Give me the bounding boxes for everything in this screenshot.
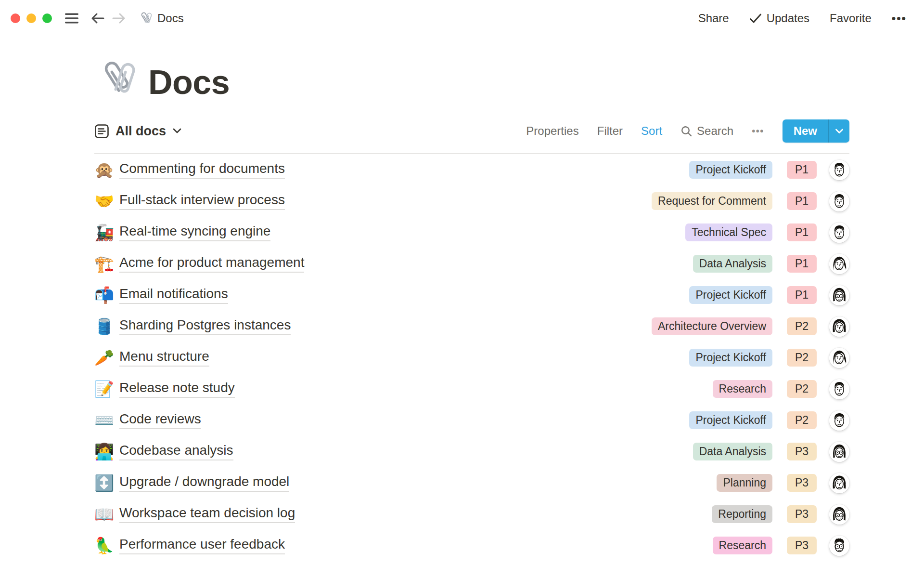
doc-row[interactable]: ⌨️ Code reviews Project Kickoff P2: [94, 405, 849, 436]
doc-row[interactable]: 🏗️ Acme for product management Data Anal…: [94, 248, 849, 279]
assignee-avatar: [829, 285, 849, 305]
priority-badge: P1: [787, 255, 817, 273]
doc-title-link[interactable]: Email notifications: [119, 286, 228, 304]
back-button[interactable]: [90, 12, 105, 25]
doc-title-link[interactable]: Menu structure: [119, 349, 209, 367]
window-controls: [11, 13, 52, 23]
priority-badge: P2: [787, 380, 817, 398]
doc-type-tag: Data Analysis: [693, 443, 772, 461]
zoom-window-button[interactable]: [42, 13, 52, 23]
minimize-window-button[interactable]: [26, 13, 36, 23]
priority-badge: P1: [787, 192, 817, 210]
page-icon-paperclip[interactable]: [94, 57, 139, 101]
doc-title-link[interactable]: Full-stack interview process: [119, 192, 285, 210]
assignee-avatar: [829, 254, 849, 274]
doc-title-link[interactable]: Sharding Postgres instances: [119, 317, 291, 335]
priority-badge: P3: [787, 537, 817, 554]
doc-type-tag: Technical Spec: [685, 223, 772, 242]
assignee-avatar: [829, 442, 849, 462]
avatar-illustration: [829, 473, 849, 493]
avatar-illustration: [829, 316, 849, 337]
assignee-avatar: [829, 379, 849, 399]
assignee-avatar: [829, 223, 849, 243]
doc-row[interactable]: 🙊 Commenting for documents Project Kicko…: [94, 154, 849, 185]
close-window-button[interactable]: [11, 13, 20, 23]
avatar-illustration: [829, 410, 849, 431]
doc-row[interactable]: 📬 Email notifications Project Kickoff P1: [94, 279, 849, 311]
priority-badge: P2: [787, 349, 817, 367]
new-split-button: New: [783, 119, 849, 143]
doc-row[interactable]: 🚂 Real-time syncing engine Technical Spe…: [94, 217, 849, 248]
arrow-left-icon: [90, 12, 105, 25]
doc-emoji: 🏗️: [94, 256, 119, 272]
avatar-illustration: [829, 536, 849, 556]
doc-row[interactable]: ↕️ Upgrade / downgrade model Planning P3: [94, 467, 849, 499]
docs-list: 🙊 Commenting for documents Project Kicko…: [94, 154, 849, 561]
hamburger-icon: [64, 13, 79, 24]
doc-title-link[interactable]: Code reviews: [119, 411, 201, 429]
filter-button[interactable]: Filter: [597, 124, 623, 138]
doc-row[interactable]: 🛢️ Sharding Postgres instances Architect…: [94, 311, 849, 342]
view-switcher[interactable]: All docs: [94, 124, 182, 139]
avatar-illustration: [829, 223, 849, 243]
avatar-illustration: [829, 191, 849, 211]
assignee-avatar: [829, 504, 849, 525]
properties-button[interactable]: Properties: [526, 124, 578, 138]
doc-emoji: ⌨️: [94, 412, 119, 428]
doc-row[interactable]: 🦜 Performance user feedback Research P3: [94, 530, 849, 561]
titlebar-page-title: Docs: [157, 12, 184, 25]
doc-row[interactable]: 🤝 Full-stack interview process Request f…: [94, 185, 849, 217]
avatar-illustration: [829, 285, 849, 305]
updates-label: Updates: [767, 12, 809, 25]
doc-row[interactable]: 🥕 Menu structure Project Kickoff P2: [94, 342, 849, 373]
titlebar-actions: Share Updates Favorite •••: [698, 12, 907, 25]
assignee-avatar: [829, 191, 849, 211]
favorite-button[interactable]: Favorite: [830, 12, 872, 25]
new-dropdown-button[interactable]: [828, 119, 849, 143]
more-options-button[interactable]: •••: [892, 12, 907, 25]
doc-type-tag: Research: [713, 537, 772, 555]
assignee-avatar: [829, 536, 849, 556]
doc-type-tag: Reporting: [712, 505, 772, 524]
doc-type-tag: Data Analysis: [693, 255, 772, 273]
sidebar-toggle-button[interactable]: [64, 13, 79, 24]
arrow-right-icon: [112, 12, 126, 25]
search-label: Search: [697, 124, 733, 138]
doc-title-link[interactable]: Real-time syncing engine: [119, 223, 270, 241]
doc-emoji: 🛢️: [94, 318, 119, 334]
search-button[interactable]: Search: [680, 124, 733, 138]
doc-emoji: 🥕: [94, 350, 119, 366]
doc-title-link[interactable]: Codebase analysis: [119, 443, 233, 460]
avatar-illustration: [829, 504, 849, 525]
priority-badge: P1: [787, 223, 817, 241]
forward-button[interactable]: [112, 12, 126, 25]
priority-badge: P3: [787, 505, 817, 523]
assignee-avatar: [829, 473, 849, 493]
assignee-avatar: [829, 410, 849, 431]
doc-row[interactable]: 📝 Release note study Research P2: [94, 373, 849, 405]
doc-title-link[interactable]: Upgrade / downgrade model: [119, 474, 289, 492]
doc-row[interactable]: 📖 Workspace team decision log Reporting …: [94, 499, 849, 530]
doc-emoji: 🚂: [94, 224, 119, 240]
doc-emoji: 📬: [94, 287, 119, 303]
doc-title-link[interactable]: Acme for product management: [119, 255, 304, 273]
doc-type-tag: Planning: [717, 474, 772, 492]
doc-type-tag: Project Kickoff: [689, 161, 772, 179]
doc-title-link[interactable]: Commenting for documents: [119, 161, 285, 179]
priority-badge: P2: [787, 411, 817, 429]
view-toolbar: All docs Properties Filter Sort Search •…: [94, 119, 849, 143]
updates-button[interactable]: Updates: [749, 12, 809, 25]
assignee-avatar: [829, 316, 849, 337]
new-button[interactable]: New: [783, 119, 828, 143]
priority-badge: P2: [787, 317, 817, 335]
view-switcher-label: All docs: [116, 124, 166, 139]
doc-title-link[interactable]: Performance user feedback: [119, 537, 285, 554]
doc-type-tag: Project Kickoff: [689, 411, 772, 430]
share-button[interactable]: Share: [698, 12, 729, 25]
sort-button[interactable]: Sort: [641, 124, 662, 138]
doc-title-link[interactable]: Workspace team decision log: [119, 505, 295, 523]
page-content: Docs All docs Properties Filter Sort: [0, 57, 924, 561]
doc-title-link[interactable]: Release note study: [119, 380, 235, 398]
toolbar-more-button[interactable]: •••: [752, 126, 764, 137]
doc-row[interactable]: 👩‍💻 Codebase analysis Data Analysis P3: [94, 436, 849, 467]
